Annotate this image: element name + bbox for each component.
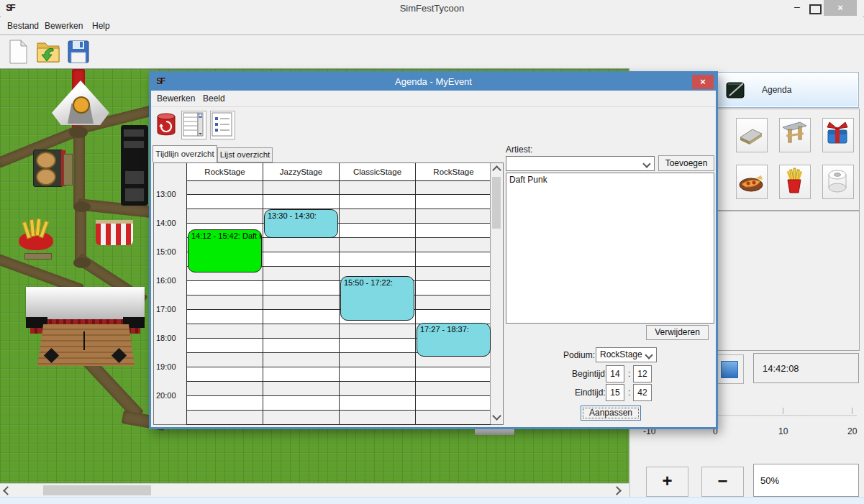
menu-bewerken[interactable]: Bewerken xyxy=(45,21,83,31)
save-file-button[interactable] xyxy=(66,39,91,65)
gift-icon xyxy=(823,119,852,150)
scroll-left-icon[interactable] xyxy=(3,486,12,495)
column-line xyxy=(186,163,187,424)
start-hour-input[interactable]: 14 xyxy=(606,365,624,382)
start-time-label: Begintijd: xyxy=(572,369,607,379)
save-file-icon xyxy=(66,39,91,65)
build-pizza-button[interactable] xyxy=(736,165,768,199)
tab-lijst-overzicht[interactable]: Lijst overzicht xyxy=(217,147,273,162)
time-label: 20:00 xyxy=(156,391,176,400)
map-main-stage xyxy=(26,287,145,370)
time-label: 16:00 xyxy=(156,276,176,285)
map-horizontal-scrollbar[interactable] xyxy=(0,483,629,498)
time-label: 13:00 xyxy=(156,190,176,198)
build-stage-button[interactable] xyxy=(779,118,811,152)
add-artist-button[interactable]: Toevoegen xyxy=(658,155,714,171)
map-path xyxy=(73,129,85,209)
column-line xyxy=(339,163,340,424)
build-toilet-paper-button[interactable] xyxy=(822,165,854,199)
agenda-button[interactable]: Agenda xyxy=(717,73,858,106)
bullet-list-icon xyxy=(211,111,233,137)
title-bar: SF SimFestTycoon – × xyxy=(0,0,864,16)
window-title: SimFestTycoon xyxy=(0,3,864,14)
build-road-button[interactable] xyxy=(736,118,768,152)
maximize-button[interactable] xyxy=(809,4,822,14)
notebook-icon xyxy=(724,80,746,100)
slider-tick-label: 10 xyxy=(778,426,788,436)
artist-combobox[interactable] xyxy=(506,156,655,171)
time-label: 18:00 xyxy=(156,334,176,342)
artist-label: Artiest: xyxy=(506,145,532,155)
end-hour-input[interactable]: 15 xyxy=(606,384,624,401)
dialog-title-bar[interactable]: SF Agenda - MyEvent × xyxy=(151,73,716,91)
zoom-out-button[interactable]: − xyxy=(701,467,744,497)
map-plank xyxy=(63,154,73,185)
agenda-button-box: Agenda xyxy=(716,72,859,108)
status-bar xyxy=(0,497,864,504)
list-view-button[interactable] xyxy=(210,111,235,139)
chevron-down-icon xyxy=(642,160,650,168)
map-path-joint xyxy=(73,201,91,212)
chevron-down-icon xyxy=(645,351,652,359)
map-sound-equipment xyxy=(121,125,148,206)
scroll-up-icon[interactable] xyxy=(492,165,501,175)
column-line xyxy=(415,163,416,424)
remove-artist-button[interactable]: Verwijderen xyxy=(646,325,709,340)
artist-listbox[interactable]: Daft Punk xyxy=(506,173,714,324)
menu-bar: Bestand Bewerken Help xyxy=(0,17,864,35)
pizza-icon xyxy=(737,165,765,197)
scroll-right-icon[interactable] xyxy=(612,486,622,495)
tab-tijdlijn-overzicht[interactable]: Tijdlijn overzicht xyxy=(153,145,217,162)
delete-event-button[interactable] xyxy=(155,111,178,137)
stage-column-header: ClassicStage xyxy=(340,163,415,181)
stage-column-header: RockStage xyxy=(187,163,263,181)
stage-column-header: RockStage xyxy=(416,163,491,181)
agenda-dialog: SF Agenda - MyEvent × Bewerken Beeld xyxy=(149,71,718,429)
zoom-level-display: 50% xyxy=(753,464,859,497)
map-path-joint xyxy=(73,257,91,268)
zoom-in-button[interactable]: + xyxy=(646,467,688,497)
scroll-down-icon[interactable] xyxy=(492,411,501,421)
schedule-scrollbar[interactable] xyxy=(490,163,503,424)
map-burger-stand xyxy=(33,150,63,187)
artist-list-item[interactable]: Daft Punk xyxy=(506,173,714,186)
start-minute-input[interactable]: 12 xyxy=(633,365,652,382)
info-box xyxy=(717,211,860,351)
time-gutter xyxy=(154,163,186,424)
time-label: 17:00 xyxy=(156,305,176,313)
new-file-icon xyxy=(6,39,30,65)
close-button[interactable]: × xyxy=(824,0,857,16)
dialog-menu-beeld[interactable]: Beeld xyxy=(203,93,225,104)
open-file-button[interactable] xyxy=(36,39,60,65)
podium-combobox[interactable]: RockStage xyxy=(596,347,657,362)
slider-tick-label: 20 xyxy=(847,426,857,436)
build-gift-button[interactable] xyxy=(822,118,854,152)
schedule-event[interactable]: 17:27 - 18:37: xyxy=(417,323,491,357)
schedule-event[interactable]: 13:30 - 14:30: xyxy=(264,209,338,238)
map-hscroll-thumb[interactable] xyxy=(43,485,151,495)
fries-icon xyxy=(780,165,809,197)
dialog-close-button[interactable]: × xyxy=(692,75,714,89)
schedule-event[interactable]: 14:12 - 15:42: Daft Punk xyxy=(188,229,262,272)
main-toolbar xyxy=(0,35,864,68)
schedule-scroll-thumb[interactable] xyxy=(492,177,501,229)
new-file-button[interactable] xyxy=(6,39,30,65)
schedule-grid[interactable]: RockStageJazzyStageClassicStageRockStage… xyxy=(153,162,504,425)
trash-icon xyxy=(155,111,178,137)
menu-help[interactable]: Help xyxy=(92,21,110,31)
toilet-paper-icon xyxy=(823,165,852,197)
detail-view-button[interactable] xyxy=(181,111,206,139)
detail-list-icon xyxy=(182,111,204,137)
map-fries-stand xyxy=(19,221,53,250)
end-minute-input[interactable]: 42 xyxy=(633,384,652,401)
minimize-button[interactable]: – xyxy=(788,1,806,14)
agenda-button-label: Agenda xyxy=(762,85,791,95)
build-fries-button[interactable] xyxy=(779,165,811,199)
time-label: 14:00 xyxy=(156,219,176,227)
dialog-menu-bewerken[interactable]: Bewerken xyxy=(157,93,195,104)
menu-bestand[interactable]: Bestand xyxy=(7,21,39,31)
schedule-event[interactable]: 15:50 - 17:22: xyxy=(340,276,414,320)
apply-button[interactable]: Aanpassen xyxy=(581,406,641,421)
map-tent-distant xyxy=(475,429,514,435)
stage-column-header: JazzyStage xyxy=(263,163,339,181)
